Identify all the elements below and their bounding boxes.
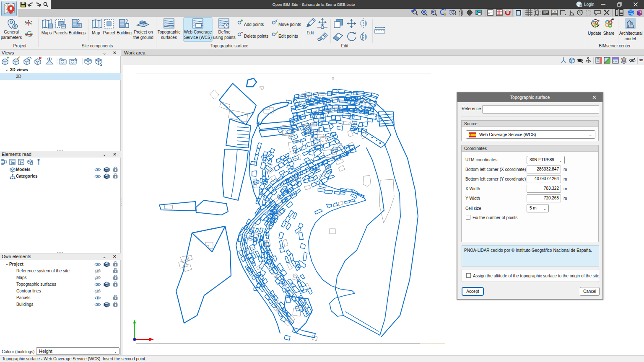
svg-text:3D: 3D (639, 58, 643, 62)
svg-text:100: 100 (552, 11, 557, 13)
